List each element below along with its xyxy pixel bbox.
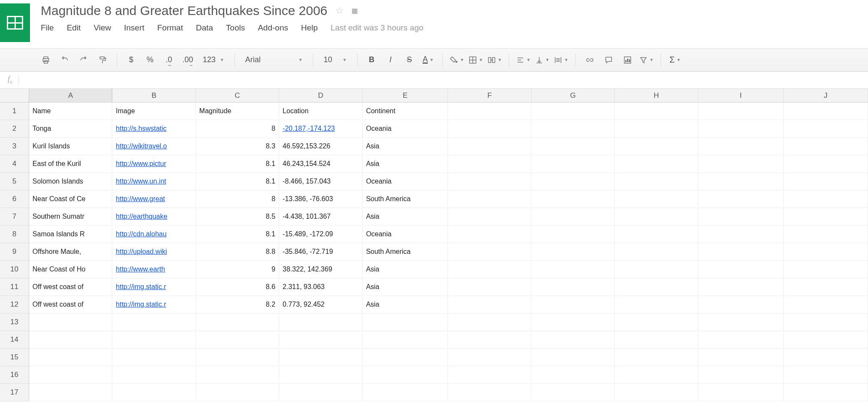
cell-J5[interactable] (784, 173, 868, 190)
cell-G10[interactable] (532, 261, 615, 278)
filter-icon[interactable]: ▼ (639, 53, 654, 67)
cell-F10[interactable] (448, 261, 532, 278)
cell-D13[interactable] (279, 314, 363, 331)
cell-H14[interactable] (615, 331, 698, 349)
cell-G15[interactable] (532, 349, 615, 366)
cell-H12[interactable] (615, 296, 698, 314)
cell-A14[interactable] (29, 331, 113, 349)
cell-G8[interactable] (532, 226, 615, 243)
currency-button[interactable]: $ (124, 53, 138, 67)
cell-G3[interactable] (532, 138, 615, 155)
fill-color-button[interactable]: ▼ (450, 53, 464, 67)
cell-J1[interactable] (784, 102, 868, 120)
cell-E11[interactable]: Asia (363, 278, 448, 296)
cell-C13[interactable] (196, 314, 279, 331)
row-header-8[interactable]: 8 (0, 226, 29, 243)
cell-H6[interactable] (615, 190, 698, 208)
cell-F17[interactable] (448, 384, 532, 401)
cell-H11[interactable] (615, 278, 698, 296)
cell-I17[interactable] (698, 384, 784, 401)
cell-F5[interactable] (448, 173, 532, 190)
cell-H3[interactable] (615, 138, 698, 155)
cell-I5[interactable] (698, 173, 784, 190)
cell-I14[interactable] (698, 331, 784, 349)
cell-D6[interactable]: -13.386, -76.603 (279, 190, 363, 208)
cell-B10[interactable]: http://www.earth (112, 261, 196, 278)
link[interactable]: -20.187,-174.123 (282, 125, 335, 133)
column-header-H[interactable]: H (615, 89, 698, 102)
cell-F6[interactable] (448, 190, 532, 208)
cell-A4[interactable]: East of the Kuril (29, 155, 113, 173)
cell-J14[interactable] (784, 331, 868, 349)
cell-I7[interactable] (698, 208, 784, 226)
link[interactable]: http://www.pictur (116, 160, 166, 168)
cell-H4[interactable] (615, 155, 698, 173)
cell-B12[interactable]: http://img.static.r (112, 296, 196, 314)
cell-C1[interactable]: Magnitude (196, 102, 279, 120)
cell-G17[interactable] (532, 384, 615, 401)
cell-A10[interactable]: Near Coast of Ho (29, 261, 113, 278)
menu-format[interactable]: Format (157, 23, 183, 33)
cell-E4[interactable]: Asia (363, 155, 448, 173)
row-header-1[interactable]: 1 (0, 102, 29, 120)
cell-I10[interactable] (698, 261, 784, 278)
cell-J16[interactable] (784, 366, 868, 384)
cell-C8[interactable]: 8.1 (196, 226, 279, 243)
cell-C3[interactable]: 8.3 (196, 138, 279, 155)
cell-D10[interactable]: 38.322, 142.369 (279, 261, 363, 278)
cell-E15[interactable] (363, 349, 448, 366)
cell-I12[interactable] (698, 296, 784, 314)
column-header-F[interactable]: F (448, 89, 532, 102)
font-select[interactable]: Arial▼ (242, 55, 306, 64)
cell-C5[interactable]: 8.1 (196, 173, 279, 190)
row-header-11[interactable]: 11 (0, 278, 29, 296)
row-header-10[interactable]: 10 (0, 261, 29, 278)
cell-G12[interactable] (532, 296, 615, 314)
formula-bar[interactable]: fx (0, 72, 868, 89)
cell-H16[interactable] (615, 366, 698, 384)
cell-D2[interactable]: -20.187,-174.123 (279, 120, 363, 138)
cell-H8[interactable] (615, 226, 698, 243)
cell-G5[interactable] (532, 173, 615, 190)
cell-I3[interactable] (698, 138, 784, 155)
column-header-J[interactable]: J (784, 89, 868, 102)
borders-button[interactable]: ▼ (469, 53, 483, 67)
cell-I16[interactable] (698, 366, 784, 384)
cell-C4[interactable]: 8.1 (196, 155, 279, 173)
cell-E17[interactable] (363, 384, 448, 401)
cell-D7[interactable]: -4.438, 101.367 (279, 208, 363, 226)
cell-C17[interactable] (196, 384, 279, 401)
cell-C11[interactable]: 8.6 (196, 278, 279, 296)
cell-A15[interactable] (29, 349, 113, 366)
link[interactable]: http://earthquake (116, 213, 167, 220)
cell-D1[interactable]: Location (279, 102, 363, 120)
cell-I11[interactable] (698, 278, 784, 296)
row-header-9[interactable]: 9 (0, 243, 29, 261)
cell-B9[interactable]: http://upload.wiki (112, 243, 196, 261)
cell-G14[interactable] (532, 331, 615, 349)
column-header-C[interactable]: C (196, 89, 279, 102)
cell-J4[interactable] (784, 155, 868, 173)
cell-G2[interactable] (532, 120, 615, 138)
cell-D15[interactable] (279, 349, 363, 366)
number-format-select[interactable]: 123▼ (199, 55, 228, 64)
link[interactable]: http://wikitravel.o (116, 142, 167, 150)
cell-D12[interactable]: 0.773, 92.452 (279, 296, 363, 314)
link[interactable]: http://cdn.alohau (116, 230, 166, 238)
cell-J17[interactable] (784, 384, 868, 401)
last-edit-text[interactable]: Last edit was 3 hours ago (330, 23, 423, 33)
cell-F13[interactable] (448, 314, 532, 331)
link[interactable]: http://upload.wiki (116, 248, 167, 256)
row-header-3[interactable]: 3 (0, 138, 29, 155)
cell-F12[interactable] (448, 296, 532, 314)
bold-button[interactable]: B (364, 53, 379, 67)
cell-F3[interactable] (448, 138, 532, 155)
cell-F7[interactable] (448, 208, 532, 226)
cell-H13[interactable] (615, 314, 698, 331)
row-header-14[interactable]: 14 (0, 331, 29, 349)
merge-cells-button[interactable]: ▼ (487, 53, 502, 67)
horizontal-align-button[interactable]: ▼ (516, 53, 531, 67)
cell-B16[interactable] (112, 366, 196, 384)
cell-B5[interactable]: http://www.un.int (112, 173, 196, 190)
cell-D5[interactable]: -8.466, 157.043 (279, 173, 363, 190)
